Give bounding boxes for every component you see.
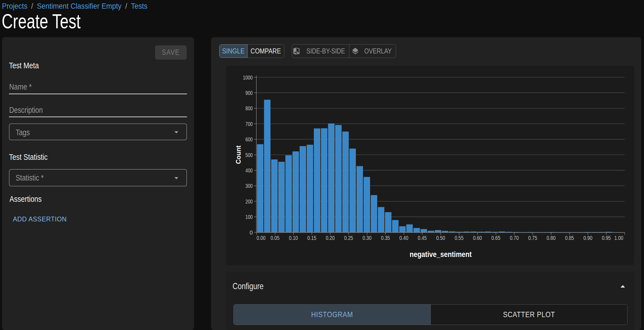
svg-text:0.40: 0.40 (399, 235, 408, 241)
svg-text:0.90: 0.90 (583, 235, 592, 241)
svg-text:100: 100 (245, 214, 253, 220)
svg-text:0.05: 0.05 (271, 235, 280, 241)
svg-text:1000: 1000 (243, 74, 253, 81)
svg-text:600: 600 (245, 136, 253, 142)
svg-text:0.70: 0.70 (510, 235, 519, 241)
svg-text:0.15: 0.15 (307, 235, 316, 241)
svg-text:800: 800 (245, 105, 253, 111)
svg-text:negative_sentiment: negative_sentiment (410, 250, 472, 259)
svg-text:0.50: 0.50 (436, 235, 445, 241)
svg-text:0.65: 0.65 (491, 235, 500, 241)
svg-text:0.75: 0.75 (528, 235, 537, 241)
svg-text:0.45: 0.45 (418, 235, 427, 241)
svg-text:500: 500 (245, 152, 253, 158)
svg-text:1.00: 1.00 (614, 235, 623, 241)
svg-text:0.85: 0.85 (565, 235, 574, 241)
svg-text:0.25: 0.25 (344, 235, 353, 241)
svg-text:0.00: 0.00 (257, 235, 266, 241)
svg-text:0.95: 0.95 (602, 235, 611, 241)
svg-text:400: 400 (245, 167, 253, 174)
svg-text:0: 0 (250, 230, 253, 236)
svg-text:900: 900 (245, 90, 253, 96)
svg-text:0.20: 0.20 (326, 235, 335, 241)
svg-text:0.30: 0.30 (363, 235, 371, 241)
svg-text:0.80: 0.80 (547, 235, 556, 241)
svg-text:0.55: 0.55 (454, 235, 463, 241)
svg-text:0.60: 0.60 (473, 235, 482, 241)
svg-text:700: 700 (245, 121, 253, 127)
svg-text:300: 300 (245, 183, 253, 189)
svg-text:Count: Count (235, 146, 242, 164)
svg-text:0.35: 0.35 (381, 235, 390, 241)
svg-text:200: 200 (245, 198, 253, 205)
svg-text:0.10: 0.10 (289, 235, 298, 241)
